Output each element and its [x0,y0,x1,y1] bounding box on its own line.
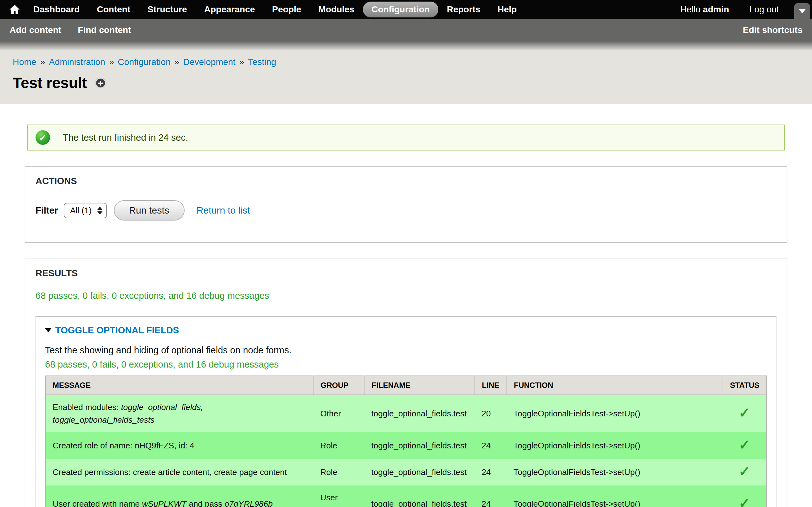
main-content: ✓ The test run finished in 24 sec. ACTIO… [0,104,812,507]
cell-message: Created permissions: create article cont… [45,459,313,486]
message-emphasis: toggle_optional_fields, [121,402,203,412]
nav-item-reports[interactable]: Reports [438,2,489,17]
success-icon: ✓ [36,130,50,145]
cell-line: 24 [474,486,507,507]
message-emphasis: o7qYRL986b [224,499,273,507]
test-group-title: TOGGLE OPTIONAL FIELDS [55,325,179,336]
col-line: LINE [474,376,507,395]
chevron-down-icon [799,9,806,13]
breadcrumb-link-configuration[interactable]: Configuration [118,57,171,67]
table-row: Created permissions: create article cont… [45,459,767,486]
results-summary: 68 passes, 0 fails, 0 exceptions, and 16… [36,291,776,301]
message-text: Created role of name: nHQ9fFZS, id: 4 [53,441,194,450]
pass-check-icon: ✓ [739,464,751,479]
test-group-toggle[interactable]: TOGGLE OPTIONAL FIELDS [45,325,767,336]
cell-filename: toggle_optional_fields.test [364,432,475,459]
collapse-triangle-icon [45,328,51,332]
message-emphasis: toggle_optional_fields_tests [53,415,154,425]
shortcut-add-content[interactable]: Add content [9,25,61,35]
cell-line: 24 [474,459,507,486]
breadcrumb-link-home[interactable]: Home [13,57,37,67]
page-header: Home»Administration»Configuration»Develo… [0,41,812,104]
results-table: MESSAGE GROUP FILENAME LINE FUNCTION STA… [45,376,767,507]
cell-line: 20 [474,395,507,432]
page-title: Test result [13,74,87,92]
pass-check-icon: ✓ [739,405,751,420]
test-group-fieldset: TOGGLE OPTIONAL FIELDS Test the showing … [36,316,776,507]
shortcut-find-content[interactable]: Find content [78,25,131,35]
cell-message: User created with name wSuPLKWT and pass… [45,486,313,507]
cell-filename: toggle_optional_fields.test [364,459,475,486]
breadcrumb-separator: » [109,57,114,67]
pass-check-icon: ✓ [739,437,751,452]
cell-function: ToggleOptionalFieldsTest->setUp() [507,395,723,432]
nav-item-dashboard[interactable]: Dashboard [25,2,88,17]
cell-status: ✓ [723,432,767,459]
filter-select[interactable]: All (1) [64,203,107,218]
message-text: User created with name [53,499,142,507]
breadcrumb-link-administration[interactable]: Administration [49,57,105,67]
breadcrumb-link-testing[interactable]: Testing [248,57,276,67]
table-row: Created role of name: nHQ9fFZS, id: 4Rol… [45,432,767,459]
test-group-summary: 68 passes, 0 fails, 0 exceptions, and 16… [45,359,767,370]
filter-label: Filter [36,205,58,216]
edit-shortcuts-link[interactable]: Edit shortcuts [743,25,803,35]
admin-toolbar: DashboardContentStructureAppearancePeopl… [0,0,812,19]
results-legend: RESULTS [36,268,776,279]
filter-select-value: All (1) [70,206,92,216]
cell-group: Other [313,395,364,432]
message-text: Enabled modules: [53,402,121,412]
add-shortcut-icon[interactable]: + [95,78,106,89]
cell-message: Created role of name: nHQ9fFZS, id: 4 [45,432,313,459]
message-text: and pass [187,499,224,507]
breadcrumb-separator: » [174,57,180,67]
cell-filename: toggle_optional_fields.test [364,395,475,432]
table-header-row: MESSAGE GROUP FILENAME LINE FUNCTION STA… [45,376,767,395]
shortcut-items: Add contentFind content [9,25,131,35]
table-row: User created with name wSuPLKWT and pass… [45,486,767,507]
col-status: STATUS [723,376,767,395]
nav-item-people[interactable]: People [264,2,310,17]
table-row: Enabled modules: toggle_optional_fields,… [45,395,767,432]
cell-group: User login [313,486,364,507]
cell-function: ToggleOptionalFieldsTest->setUp() [507,486,723,507]
breadcrumb-separator: » [40,57,45,67]
shortcut-bar: Add contentFind content Edit shortcuts [0,19,812,41]
test-group-description: Test the showing and hiding of optional … [45,345,767,355]
cell-group: Role [313,432,364,459]
select-stepper-icon [97,207,102,215]
home-icon[interactable] [4,0,25,19]
cell-filename: toggle_optional_fields.test [364,486,475,507]
cell-status: ✓ [723,459,767,486]
cell-group: Role [313,459,364,486]
cell-function: ToggleOptionalFieldsTest->setUp() [507,432,723,459]
message-text: Created permissions: create article cont… [53,467,287,477]
col-group: GROUP [313,376,364,395]
cell-status: ✓ [723,395,767,432]
logout-link[interactable]: Log out [750,4,779,14]
return-to-list-link[interactable]: Return to list [197,205,250,216]
nav-item-help[interactable]: Help [489,2,525,17]
nav-item-modules[interactable]: Modules [310,2,363,17]
pass-check-icon: ✓ [739,495,751,507]
toolbar-toggle-button[interactable] [794,3,810,19]
nav-item-structure[interactable]: Structure [139,2,195,17]
nav-item-appearance[interactable]: Appearance [195,2,263,17]
cell-message: Enabled modules: toggle_optional_fields,… [45,395,313,432]
message-emphasis: wSuPLKWT [142,499,187,507]
run-tests-button[interactable]: Run tests [114,200,185,221]
results-fieldset: RESULTS 68 passes, 0 fails, 0 exceptions… [25,259,787,507]
breadcrumb-separator: » [239,57,244,67]
breadcrumb-link-development[interactable]: Development [183,57,235,67]
col-function: FUNCTION [507,376,723,395]
nav-item-configuration[interactable]: Configuration [363,2,438,17]
greeting-text: Hello admin [680,4,729,14]
nav-item-content[interactable]: Content [88,2,139,17]
cell-status: ✓ [723,486,767,507]
status-message-text: The test run finished in 24 sec. [63,132,188,143]
col-filename: FILENAME [364,376,475,395]
col-message: MESSAGE [45,376,313,395]
actions-fieldset: ACTIONS Filter All (1) Run tests Return … [25,166,787,243]
cell-function: ToggleOptionalFieldsTest->setUp() [507,459,723,486]
breadcrumb: Home»Administration»Configuration»Develo… [13,57,799,67]
